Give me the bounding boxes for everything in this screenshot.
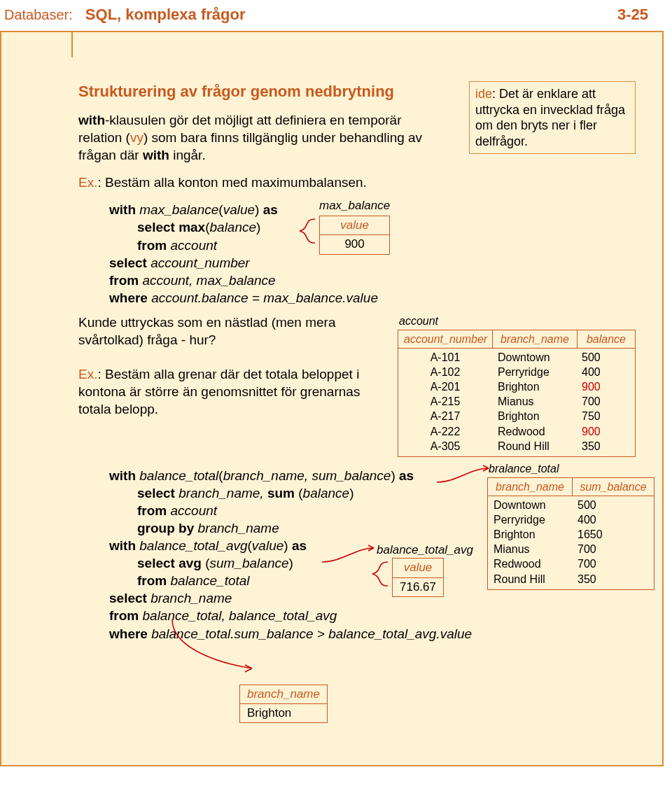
brace-icon [294, 215, 319, 250]
table-row: A-201Brighton900 [398, 379, 635, 394]
table-row: Brighton1650 [488, 527, 654, 542]
section-title: Strukturering av frågor genom nedbrytnin… [78, 81, 448, 101]
intro-paragraph: with-klausulen gör det möjligt att defin… [78, 111, 448, 164]
example-1: Ex.: Bestäm alla konton med maximumbalan… [78, 174, 636, 191]
table-row: Downtown500 [488, 498, 654, 512]
result-table: branch_name Brighton [239, 685, 636, 724]
table-row: A-305Round Hill350 [398, 439, 635, 454]
header-topic: SQL, komplexa frågor [85, 6, 246, 24]
table-row: Mianus700 [488, 542, 654, 556]
content-panel: Strukturering av frågor genom nedbrytnin… [0, 31, 664, 766]
table-row: A-215Mianus700 [398, 394, 635, 409]
panel-tab [0, 31, 73, 57]
arrow-icon [321, 544, 377, 565]
header-category: Databaser: [4, 7, 73, 23]
table-row: A-102Perryridge400 [398, 365, 635, 379]
sql-block-2: with balance_total(branch_name, sum_bala… [109, 467, 636, 643]
arrow-icon [168, 617, 259, 680]
header-pagenum: 3-25 [617, 6, 648, 24]
table-row: A-101Downtown500 [398, 350, 635, 365]
max-balance-table: max_balance value 900 [319, 198, 390, 254]
arrow-icon [435, 464, 491, 485]
table-row: A-217Brighton750 [398, 409, 635, 423]
table-row: Round Hill350 [488, 572, 654, 587]
bralance-total-table: bralance_total branch_name sum_balance D… [487, 461, 654, 590]
intro-block: Strukturering av frågor genom nedbrytnin… [78, 81, 448, 174]
idea-box: ide: Det är enklare att uttrycka en inve… [469, 81, 636, 154]
nested-question: Kunde uttryckas som en nästlad (men mera… [78, 314, 381, 349]
table-row: A-222Redwood900 [398, 424, 635, 439]
table-row: Perryridge400 [488, 512, 654, 527]
page-header: Databaser: SQL, komplexa frågor 3-25 [0, 0, 672, 28]
sql-block-1: with max_balance(value) as select max(ba… [109, 201, 636, 306]
example-2: Ex.: Bestäm alla grenar där det totala b… [78, 365, 381, 418]
account-table: account account_number branch_name balan… [398, 314, 636, 457]
table-row: Redwood700 [488, 556, 654, 571]
balance-total-avg-table: balance_total_avg value 716.67 [375, 542, 473, 597]
